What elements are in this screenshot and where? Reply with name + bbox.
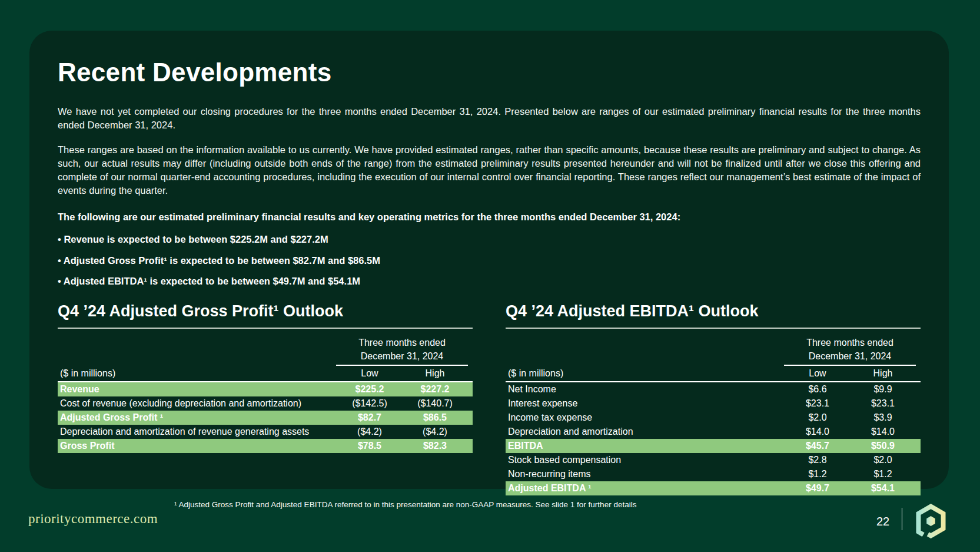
row-low-value: ($142.5) xyxy=(337,396,402,411)
period-header: Three months ended December 31, 2024 xyxy=(784,336,916,366)
slide-card: Recent Developments We have not yet comp… xyxy=(29,31,949,489)
row-high-value: $23.1 xyxy=(850,396,916,411)
row-high-value: $1.2 xyxy=(850,467,916,481)
table-body: Net Income$6.6$9.9Interest expense$23.1$… xyxy=(506,382,921,495)
table-row: Adjusted EBITDA ¹$49.7$54.1 xyxy=(506,481,921,495)
table-row: Gross Profit$78.5$82.3 xyxy=(58,439,473,453)
row-high-value: $3.9 xyxy=(850,411,916,425)
gross-profit-table: Three months ended December 31, 2024 ($ … xyxy=(58,336,473,453)
table-row: Depreciation and amortization$14.0$14.0 xyxy=(506,425,921,439)
period-line2: December 31, 2024 xyxy=(784,349,916,363)
row-label: EBITDA xyxy=(506,439,785,453)
row-high-value: ($4.2) xyxy=(402,425,468,439)
row-label: Depreciation and amortization of revenue… xyxy=(58,425,337,439)
section-title-ebitda: Q4 ’24 Adjusted EBITDA¹ Outlook xyxy=(506,302,921,320)
row-high-value: $86.5 xyxy=(402,411,468,425)
slide-page: { "colors": { "page_background": "#023D2… xyxy=(0,0,980,552)
bullet-adjusted-gross-profit: Adjusted Gross Profit¹ is expected to be… xyxy=(58,255,921,266)
intro-statement: The following are our estimated prelimin… xyxy=(58,211,921,223)
row-low-value: $2.8 xyxy=(785,453,850,467)
bullet-adjusted-ebitda: Adjusted EBITDA¹ is expected to be betwe… xyxy=(58,276,921,287)
table-row: Cost of revenue (excluding depreciation … xyxy=(58,396,473,411)
row-low-value: $49.7 xyxy=(785,481,850,495)
row-high-value: $14.0 xyxy=(850,425,916,439)
column-header-low: Low xyxy=(785,366,850,381)
row-label: Income tax expense xyxy=(506,411,785,425)
table-row: Adjusted Gross Profit ¹$82.7$86.5 xyxy=(58,411,473,425)
row-label: Stock based compensation xyxy=(506,453,785,467)
page-number: 22 xyxy=(870,515,896,528)
row-low-value: $2.0 xyxy=(785,411,850,425)
row-label: Adjusted EBITDA ¹ xyxy=(506,481,785,495)
row-high-value: $227.2 xyxy=(402,382,468,396)
footer-vertical-separator xyxy=(902,508,902,530)
table-row: Non-recurring items$1.2$1.2 xyxy=(506,467,921,481)
row-high-value: $50.9 xyxy=(850,439,916,453)
period-line2: December 31, 2024 xyxy=(336,349,468,363)
row-label: Non-recurring items xyxy=(506,467,785,481)
row-low-value: $82.7 xyxy=(337,411,402,425)
row-label: Net Income xyxy=(506,382,785,396)
row-label: Cost of revenue (excluding depreciation … xyxy=(58,396,337,411)
row-label: Adjusted Gross Profit ¹ xyxy=(58,411,337,425)
table-row: Stock based compensation$2.8$2.0 xyxy=(506,453,921,467)
paragraph-closing-procedures: We have not yet completed our closing pr… xyxy=(58,105,921,132)
footnote: ¹ Adjusted Gross Profit and Adjusted EBI… xyxy=(174,500,636,509)
row-high-value: $9.9 xyxy=(850,382,916,396)
row-low-value: $6.6 xyxy=(785,382,850,396)
period-line1: Three months ended xyxy=(784,336,916,349)
table-row: Net Income$6.6$9.9 xyxy=(506,382,921,396)
column-header-high: High xyxy=(402,366,468,381)
table-row: Revenue$225.2$227.2 xyxy=(58,382,473,396)
column-header-high: High xyxy=(850,366,916,381)
row-label: Depreciation and amortization xyxy=(506,425,785,439)
table-row: EBITDA$45.7$50.9 xyxy=(506,439,921,453)
section-divider xyxy=(58,328,473,329)
gross-profit-outlook-section: Q4 ’24 Adjusted Gross Profit¹ Outlook Th… xyxy=(58,302,473,495)
section-divider xyxy=(506,328,921,329)
row-low-value: $45.7 xyxy=(785,439,850,453)
section-title-gross-profit: Q4 ’24 Adjusted Gross Profit¹ Outlook xyxy=(58,302,473,320)
ebitda-outlook-section: Q4 ’24 Adjusted EBITDA¹ Outlook Three mo… xyxy=(506,302,921,495)
table-row: Depreciation and amortization of revenue… xyxy=(58,425,473,439)
table-row: Income tax expense$2.0$3.9 xyxy=(506,411,921,425)
page-title: Recent Developments xyxy=(58,58,921,87)
row-low-value: $1.2 xyxy=(785,467,850,481)
ebitda-table: Three months ended December 31, 2024 ($ … xyxy=(506,336,921,495)
row-high-value: $82.3 xyxy=(402,439,468,453)
table-body: Revenue$225.2$227.2Cost of revenue (excl… xyxy=(58,382,473,453)
unit-label: ($ in millions) xyxy=(506,366,785,381)
row-high-value: $2.0 xyxy=(850,453,916,467)
paragraph-ranges-disclaimer: These ranges are based on the informatio… xyxy=(58,143,921,197)
row-high-value: $54.1 xyxy=(850,481,916,495)
period-header: Three months ended December 31, 2024 xyxy=(336,336,468,366)
row-label: Revenue xyxy=(58,382,337,396)
row-label: Gross Profit xyxy=(58,439,337,453)
row-low-value: ($4.2) xyxy=(337,425,402,439)
unit-label: ($ in millions) xyxy=(58,366,337,381)
bullet-list: Revenue is expected to be between $225.2… xyxy=(58,234,921,287)
row-high-value: ($140.7) xyxy=(402,396,468,411)
table-row: Interest expense$23.1$23.1 xyxy=(506,396,921,411)
column-header-low: Low xyxy=(337,366,402,381)
row-low-value: $78.5 xyxy=(337,439,402,453)
table-header-row: ($ in millions) Low High xyxy=(506,366,921,382)
row-low-value: $225.2 xyxy=(337,382,402,396)
website-link: prioritycommerce.com xyxy=(28,511,158,527)
bullet-revenue: Revenue is expected to be between $225.2… xyxy=(58,234,921,245)
row-low-value: $23.1 xyxy=(785,396,850,411)
row-label: Interest expense xyxy=(506,396,785,411)
table-header-row: ($ in millions) Low High xyxy=(58,366,473,382)
priority-commerce-logo-icon xyxy=(913,502,949,540)
period-line1: Three months ended xyxy=(336,336,468,349)
row-low-value: $14.0 xyxy=(785,425,850,439)
outlook-columns: Q4 ’24 Adjusted Gross Profit¹ Outlook Th… xyxy=(58,302,921,495)
